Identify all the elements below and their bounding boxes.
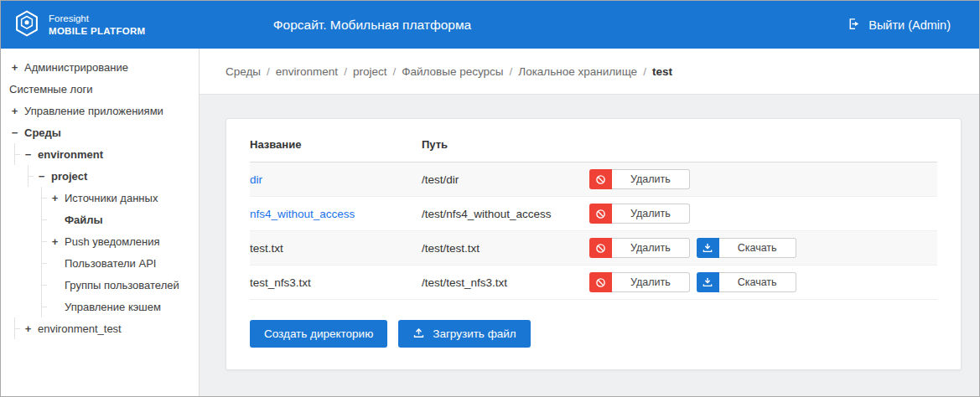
- tree-item-label: Push уведомления: [65, 235, 160, 248]
- file-name-link[interactable]: dir: [250, 173, 262, 186]
- tree-item[interactable]: +Управление приложениями: [1, 100, 199, 121]
- tree-connector: [41, 198, 47, 198]
- create-directory-label: Создать директорию: [264, 327, 373, 340]
- breadcrumb-separator: /: [392, 65, 396, 78]
- tree-item[interactable]: +Источники данных: [1, 187, 199, 209]
- upload-icon: [412, 327, 425, 342]
- tree-item-label: Управление кэшем: [65, 301, 161, 313]
- tree-item-label: Группы пользователей: [65, 279, 179, 291]
- breadcrumb-item[interactable]: Файловые ресурсы: [402, 65, 503, 78]
- column-header-actions: [589, 126, 937, 162]
- tree-connector: [41, 263, 47, 264]
- breadcrumb-separator: /: [344, 65, 347, 78]
- tree-item[interactable]: Системные логи: [1, 78, 199, 100]
- delete-button[interactable]: Удалить: [589, 238, 690, 258]
- plus-icon[interactable]: +: [9, 61, 20, 74]
- row-actions: Удалить: [589, 169, 937, 189]
- table-row: test_nfs3.txt/test/test_nfs3.txtУдалитьС…: [250, 266, 937, 300]
- plus-icon[interactable]: +: [49, 235, 60, 248]
- breadcrumb-item[interactable]: environment: [276, 65, 338, 78]
- breadcrumb-item[interactable]: Локальное хранилище: [518, 65, 637, 78]
- tree-connector: [28, 176, 34, 177]
- file-name: test.txt: [250, 242, 283, 255]
- download-button[interactable]: Скачать: [697, 272, 796, 292]
- logout-button[interactable]: Выйти (Admin): [847, 17, 951, 34]
- table-row: nfs4_without_access/test/nfs4_without_ac…: [250, 197, 937, 231]
- breadcrumb-separator: /: [267, 65, 270, 78]
- tree-item-label: project: [51, 170, 87, 183]
- tree-item[interactable]: +Push уведомления: [1, 230, 199, 252]
- card-actions: Создать директорию Загрузить файл: [250, 320, 937, 348]
- minus-icon[interactable]: −: [9, 126, 20, 139]
- foresight-logo-icon: [13, 9, 41, 41]
- tree-item-label: Системные логи: [9, 83, 92, 95]
- tree-connector: [41, 307, 47, 307]
- delete-button[interactable]: Удалить: [589, 169, 690, 189]
- download-button[interactable]: Скачать: [697, 238, 796, 258]
- delete-button-label[interactable]: Удалить: [612, 204, 690, 224]
- page: Foresight MOBILE PLATFORM Форсайт. Мобил…: [1, 1, 979, 396]
- app-title: Форсайт. Мобильная платформа: [273, 18, 471, 33]
- tree-connector: [41, 219, 47, 220]
- brand[interactable]: Foresight MOBILE PLATFORM: [13, 9, 145, 41]
- upload-file-button[interactable]: Загрузить файл: [398, 320, 530, 348]
- sidebar: +АдминистрированиеСистемные логи+Управле…: [1, 49, 200, 396]
- prohibition-icon: [589, 169, 612, 189]
- plus-icon[interactable]: +: [9, 105, 20, 117]
- tree-item-label: environment_test: [38, 322, 122, 335]
- file-path: /test/test_nfs3.txt: [422, 266, 589, 300]
- download-icon: [697, 272, 719, 292]
- breadcrumb-item: test: [652, 65, 672, 78]
- upload-file-label: Загрузить файл: [433, 327, 516, 340]
- download-button-label[interactable]: Скачать: [719, 238, 796, 258]
- tree-connector: [14, 154, 20, 155]
- breadcrumb-item[interactable]: Среды: [226, 65, 261, 78]
- table-row: dir/test/dirУдалить: [250, 162, 937, 197]
- breadcrumb-item[interactable]: project: [353, 65, 387, 78]
- tree-item[interactable]: +Администрирование: [1, 56, 199, 78]
- column-header: Путь: [422, 126, 589, 162]
- tree-item[interactable]: −environment: [1, 143, 199, 165]
- tree-item[interactable]: +environment_test: [1, 317, 199, 339]
- file-path: /test/test.txt: [422, 231, 589, 266]
- brand-name: Foresight: [49, 13, 145, 25]
- file-path: /test/dir: [422, 162, 589, 197]
- tree-item[interactable]: Группы пользователей: [1, 274, 199, 296]
- breadcrumb-separator: /: [643, 65, 646, 78]
- prohibition-icon: [589, 204, 612, 224]
- file-storage-card: НазваниеПуть dir/test/dirУдалитьnfs4_wit…: [226, 118, 962, 370]
- tree-item[interactable]: Управление кэшем: [1, 296, 199, 317]
- create-directory-button[interactable]: Создать директорию: [250, 320, 387, 348]
- row-actions: УдалитьСкачать: [589, 272, 937, 292]
- content-area: НазваниеПуть dir/test/dirУдалитьnfs4_wit…: [200, 95, 979, 396]
- prohibition-icon: [589, 272, 612, 292]
- logout-label: Выйти (Admin): [869, 18, 951, 32]
- delete-button[interactable]: Удалить: [589, 204, 690, 224]
- tree-item-label: Пользователи API: [65, 257, 156, 270]
- tree-item[interactable]: −project: [1, 165, 199, 187]
- tree-connector: [14, 328, 20, 329]
- column-header: Название: [250, 126, 422, 162]
- delete-button-label[interactable]: Удалить: [612, 238, 690, 258]
- sidebar-tree: +АдминистрированиеСистемные логи+Управле…: [1, 56, 199, 339]
- download-button-label[interactable]: Скачать: [719, 272, 796, 292]
- delete-button[interactable]: Удалить: [589, 272, 690, 292]
- minus-icon[interactable]: −: [36, 170, 47, 183]
- breadcrumb-separator: /: [510, 65, 513, 78]
- tree-item-active[interactable]: Файлы: [1, 209, 199, 230]
- delete-button-label[interactable]: Удалить: [612, 169, 690, 189]
- file-name-link[interactable]: nfs4_without_access: [250, 208, 355, 220]
- plus-icon[interactable]: +: [23, 322, 34, 335]
- tree-item[interactable]: −Среды: [1, 121, 199, 143]
- download-icon: [697, 238, 719, 258]
- minus-icon[interactable]: −: [23, 148, 34, 161]
- tree-item-label: Файлы: [65, 214, 103, 226]
- tree-item[interactable]: Пользователи API: [1, 252, 199, 274]
- tree-connector: [41, 241, 47, 242]
- tree-item-label: environment: [38, 148, 103, 161]
- plus-icon[interactable]: +: [49, 192, 60, 204]
- app-header: Foresight MOBILE PLATFORM Форсайт. Мобил…: [1, 1, 979, 49]
- table-row: test.txt/test/test.txtУдалитьСкачать: [250, 231, 937, 266]
- main-content: Среды/environment/project/Файловые ресур…: [200, 49, 979, 396]
- delete-button-label[interactable]: Удалить: [612, 272, 690, 292]
